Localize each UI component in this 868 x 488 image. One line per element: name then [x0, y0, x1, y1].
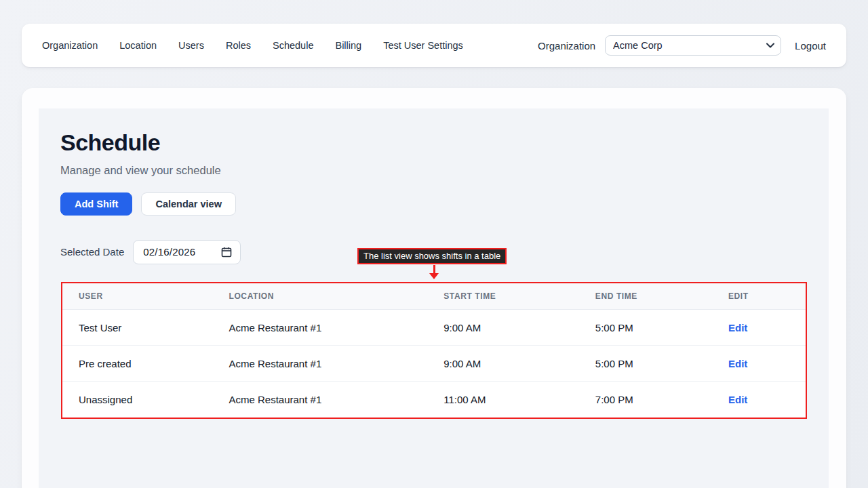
table-row: Test User Acme Restaurant #1 9:00 AM 5:0… [62, 310, 806, 346]
calendar-icon[interactable] [221, 247, 232, 258]
cell-end-time: 7:00 PM [595, 382, 728, 418]
organization-select-label: Organization [538, 40, 595, 52]
nav-item-roles[interactable]: Roles [226, 40, 251, 51]
schedule-panel: Schedule Manage and view your schedule A… [39, 108, 829, 488]
shifts-table: User Location Start Time End Time Edit T… [62, 283, 806, 418]
nav-item-schedule[interactable]: Schedule [273, 40, 313, 51]
action-buttons: Add Shift Calendar view [60, 192, 807, 216]
annotation-tooltip: The list view shows shifts in a table [357, 248, 507, 264]
nav-item-billing[interactable]: Billing [335, 40, 361, 51]
selected-date-label: Selected Date [60, 246, 124, 258]
main-card: Schedule Manage and view your schedule A… [22, 88, 846, 488]
cell-end-time: 5:00 PM [595, 310, 728, 346]
page-title: Schedule [60, 131, 807, 155]
cell-end-time: 5:00 PM [595, 346, 728, 382]
cell-user: Unassigned [62, 382, 229, 418]
selected-date-input[interactable]: 02/16/2026 [133, 240, 241, 264]
cell-start-time: 9:00 AM [443, 346, 595, 382]
add-shift-button[interactable]: Add Shift [60, 192, 132, 216]
edit-link[interactable]: Edit [728, 394, 747, 405]
col-header-user: User [62, 283, 229, 310]
col-header-edit: Edit [728, 283, 806, 310]
cell-location: Acme Restaurant #1 [229, 310, 444, 346]
nav-item-location[interactable]: Location [119, 40, 157, 51]
cell-location: Acme Restaurant #1 [229, 382, 444, 418]
nav-item-test-user-settings[interactable]: Test User Settings [383, 40, 463, 51]
table-row: Unassigned Acme Restaurant #1 11:00 AM 7… [62, 382, 806, 418]
selected-date-value: 02/16/2026 [143, 246, 195, 258]
edit-link[interactable]: Edit [728, 322, 747, 333]
organization-select-wrap: Acme Corp [605, 35, 781, 56]
nav-links: Organization Location Users Roles Schedu… [42, 40, 463, 51]
logout-button[interactable]: Logout [795, 40, 826, 52]
nav-right-group: Organization Acme Corp Logout [538, 35, 826, 56]
table-row: Pre created Acme Restaurant #1 9:00 AM 5… [62, 346, 806, 382]
cell-start-time: 11:00 AM [443, 382, 595, 418]
nav-item-users[interactable]: Users [178, 40, 204, 51]
col-header-location: Location [229, 283, 444, 310]
annotation-arrow-head [429, 273, 439, 279]
nav-item-organization[interactable]: Organization [42, 40, 98, 51]
cell-user: Pre created [62, 346, 229, 382]
top-navbar: Organization Location Users Roles Schedu… [22, 24, 846, 67]
shifts-table-container: User Location Start Time End Time Edit T… [61, 282, 807, 419]
organization-select[interactable]: Acme Corp [605, 35, 781, 56]
table-header-row: User Location Start Time End Time Edit [62, 283, 806, 310]
cell-location: Acme Restaurant #1 [229, 346, 444, 382]
page-subtitle: Manage and view your schedule [60, 164, 807, 177]
col-header-end-time: End Time [595, 283, 728, 310]
cell-user: Test User [62, 310, 229, 346]
col-header-start-time: Start Time [443, 283, 595, 310]
calendar-view-button[interactable]: Calendar view [141, 192, 236, 216]
cell-start-time: 9:00 AM [443, 310, 595, 346]
edit-link[interactable]: Edit [728, 358, 747, 369]
